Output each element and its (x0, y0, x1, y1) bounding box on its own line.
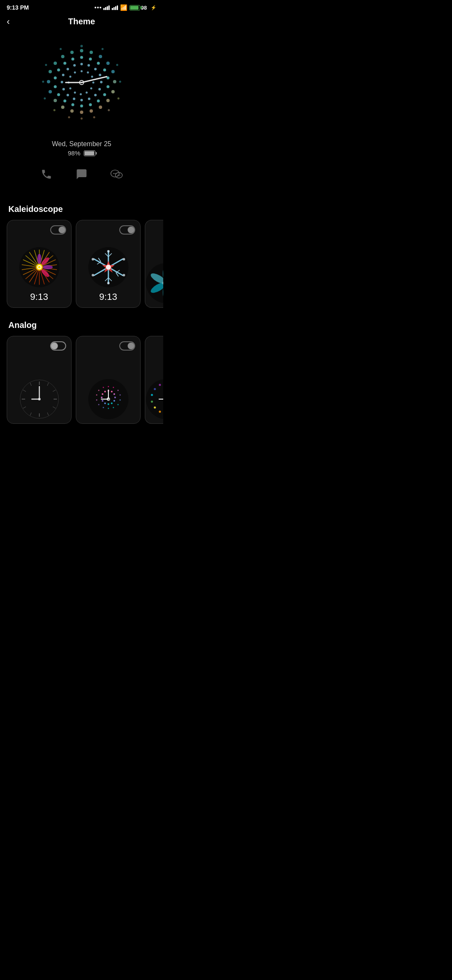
watch-date: Wed, September 25 (52, 140, 111, 148)
svg-point-147 (92, 274, 94, 276)
status-icons: 📶 98 ⚡ (95, 4, 157, 11)
watch-battery-fill (85, 151, 94, 155)
svg-point-89 (118, 175, 119, 176)
analog-card-3-art (145, 378, 164, 420)
kaleidoscope-card-2[interactable]: 9:13 (76, 220, 141, 308)
svg-point-46 (80, 49, 83, 52)
svg-point-77 (42, 81, 44, 83)
svg-point-194 (108, 386, 109, 387)
svg-point-180 (128, 343, 134, 349)
svg-point-183 (111, 391, 113, 392)
battery-fill (130, 6, 139, 10)
svg-point-73 (81, 118, 83, 120)
bar5 (112, 8, 113, 10)
svg-point-146 (123, 258, 125, 260)
svg-point-72 (93, 116, 95, 119)
svg-point-64 (61, 55, 64, 58)
svg-point-84 (113, 173, 114, 174)
svg-point-122 (38, 266, 41, 268)
svg-point-49 (106, 62, 110, 65)
bar7 (115, 6, 116, 10)
quick-icons (37, 165, 126, 183)
svg-point-39 (64, 100, 67, 103)
svg-point-197 (119, 395, 121, 396)
svg-point-202 (103, 407, 104, 408)
card-2-toggle[interactable] (119, 225, 135, 236)
svg-point-184 (113, 393, 115, 395)
dot2 (97, 7, 99, 8)
analog-card-2[interactable] (76, 336, 141, 424)
svg-point-52 (111, 90, 115, 93)
analog-label: Analog (0, 316, 163, 336)
svg-point-35 (97, 100, 100, 103)
card-3-art (145, 262, 164, 304)
svg-point-74 (68, 116, 70, 119)
bolt-icon: ⚡ (151, 5, 157, 10)
svg-point-141 (106, 265, 111, 270)
analog-card-2-toggle[interactable] (119, 341, 135, 352)
svg-point-88 (118, 175, 118, 176)
svg-point-58 (61, 106, 64, 109)
analog-card-1[interactable] (7, 336, 72, 424)
svg-point-78 (45, 64, 47, 66)
svg-point-65 (70, 51, 74, 54)
svg-point-29 (89, 58, 92, 61)
card-2-time: 9:13 (99, 291, 117, 302)
phone-icon[interactable] (37, 165, 56, 183)
svg-point-193 (104, 391, 106, 392)
wifi-icon: 📶 (120, 4, 127, 11)
svg-point-220 (159, 411, 161, 413)
watch-battery-icon (84, 150, 95, 156)
bar6 (113, 7, 115, 10)
svg-point-142 (107, 250, 110, 253)
svg-point-31 (103, 69, 106, 72)
analog-card-3[interactable] (145, 336, 163, 424)
svg-point-195 (113, 387, 114, 388)
svg-point-90 (120, 175, 121, 176)
svg-point-67 (102, 48, 104, 50)
svg-point-53 (106, 99, 110, 102)
status-bar: 9:13 PM 📶 98 ⚡ (0, 0, 163, 13)
svg-point-38 (72, 103, 74, 106)
svg-point-224 (154, 388, 156, 390)
message-icon[interactable] (72, 165, 91, 183)
dot1 (95, 7, 96, 8)
svg-point-186 (113, 400, 115, 402)
svg-point-124 (128, 227, 134, 233)
svg-point-199 (117, 404, 118, 405)
svg-point-201 (108, 408, 109, 409)
svg-point-17 (98, 88, 101, 90)
svg-point-54 (99, 106, 102, 109)
svg-point-76 (44, 98, 46, 100)
card-1-toggle[interactable] (50, 225, 66, 236)
svg-point-204 (96, 400, 97, 401)
svg-point-85 (115, 173, 116, 174)
analog-card-1-toggle[interactable] (50, 341, 66, 352)
svg-point-225 (159, 384, 161, 386)
svg-point-40 (57, 93, 60, 96)
svg-point-188 (108, 403, 109, 405)
svg-point-116 (37, 254, 41, 264)
svg-point-206 (98, 390, 99, 391)
svg-point-161 (51, 343, 58, 349)
watch-battery-percent: 98% (68, 150, 80, 157)
svg-point-5 (86, 92, 88, 94)
svg-point-3 (92, 82, 95, 84)
svg-point-0 (81, 70, 83, 72)
analog-card-1-art (18, 378, 60, 420)
svg-point-43 (57, 69, 60, 72)
svg-point-48 (99, 55, 102, 58)
svg-point-27 (73, 64, 76, 67)
svg-point-41 (54, 85, 57, 88)
analog-cards-row (0, 336, 163, 432)
svg-point-50 (111, 70, 115, 73)
card-1-art (18, 246, 60, 288)
svg-point-69 (119, 81, 121, 83)
svg-point-37 (80, 105, 83, 108)
back-button[interactable]: ‹ (7, 16, 10, 27)
dot3 (100, 7, 101, 8)
kaleidoscope-card-3[interactable] (145, 220, 163, 308)
kaleidoscope-card-1[interactable]: 9:13 (7, 220, 72, 308)
svg-point-63 (54, 62, 57, 65)
wechat-icon[interactable] (108, 165, 126, 183)
